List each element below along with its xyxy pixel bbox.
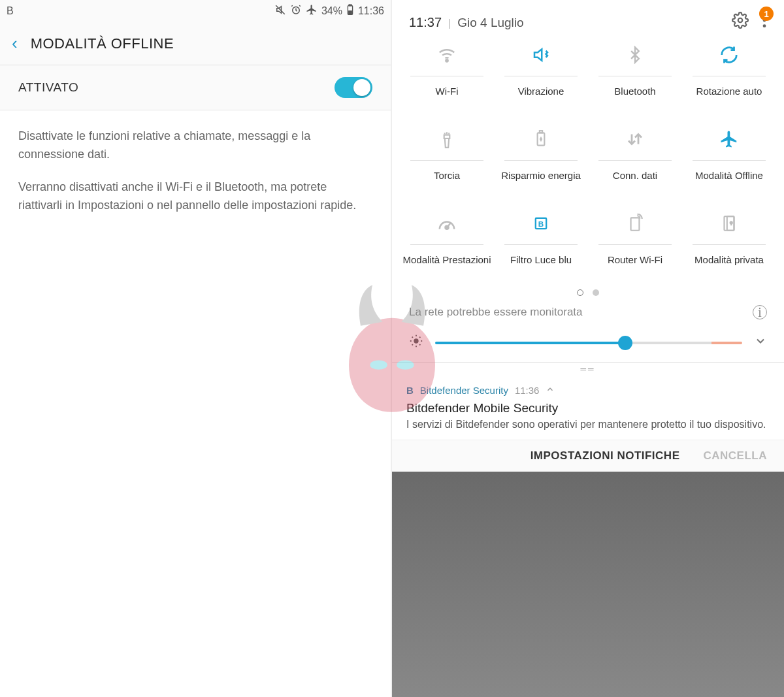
svg-rect-12: [540, 131, 542, 133]
qs-tile-router[interactable]: Router Wi-Fi: [588, 212, 682, 278]
qs-tile-bluetooth[interactable]: Bluetooth: [588, 43, 682, 109]
settings-icon[interactable]: [732, 12, 749, 33]
description-text: Disattivate le funzioni relative a chiam…: [0, 110, 391, 232]
qs-label: Conn. dati: [613, 170, 657, 193]
settings-screen: B 34% 11:36 ‹ MODALITÀ OFFLINE ATTIVATO …: [0, 0, 392, 697]
qs-tile-battery[interactable]: Risparmio energia: [494, 127, 588, 193]
shade-date: Gio 4 Luglio: [457, 16, 523, 30]
svg-rect-4: [349, 11, 352, 14]
brightness-row: [392, 322, 784, 363]
page-header: ‹ MODALITÀ OFFLINE: [0, 22, 391, 65]
notif-app-name: Bitdefender Security: [420, 385, 508, 396]
expand-brightness-icon[interactable]: [754, 334, 767, 351]
bluelight-icon: B: [529, 212, 553, 235]
collapse-icon[interactable]: [546, 385, 555, 396]
back-button[interactable]: ‹: [12, 33, 18, 54]
description-p1: Disattivate le funzioni relative a chiam…: [18, 127, 372, 164]
notification-card[interactable]: B Bitdefender Security 11:36 Bitdefender…: [392, 376, 784, 440]
clear-all-button[interactable]: CANCELLA: [704, 449, 768, 462]
notif-title: Bitdefender Mobile Security: [406, 401, 770, 415]
status-icons: 34% 11:36: [274, 4, 384, 18]
toggle-label: ATTIVATO: [18, 80, 78, 95]
qs-label: Wi-Fi: [436, 86, 459, 109]
shade-time: 11:37: [409, 15, 442, 30]
svg-point-8: [763, 24, 766, 27]
brightness-slider[interactable]: [435, 342, 742, 344]
qs-label: Torcia: [434, 170, 460, 193]
svg-text:B: B: [538, 219, 544, 228]
drag-handle-icon[interactable]: ══: [392, 363, 784, 376]
clock-text: 11:36: [358, 5, 384, 17]
page-title: MODALITÀ OFFLINE: [31, 35, 174, 52]
qs-label: Modalità Prestazioni: [402, 254, 491, 278]
svg-rect-3: [349, 5, 351, 6]
overflow-menu-icon[interactable]: 1: [762, 12, 767, 33]
autorotate-icon: [717, 43, 741, 67]
performance-icon: [435, 212, 459, 235]
battery-icon: [346, 4, 354, 18]
status-bar: B 34% 11:36: [0, 0, 391, 22]
vibration-icon: [529, 43, 553, 67]
qs-tile-private[interactable]: Modalità privata: [682, 212, 776, 278]
auto-brightness-icon[interactable]: [409, 334, 423, 351]
notif-time: 11:36: [515, 385, 540, 396]
page-dot-current: [577, 289, 583, 296]
slider-thumb[interactable]: [618, 336, 632, 350]
notification-header: B Bitdefender Security 11:36: [406, 385, 770, 396]
shade-background: [392, 472, 784, 697]
notif-app-icon: B: [406, 385, 414, 396]
mute-icon: [274, 4, 286, 18]
notification-footer: IMPOSTAZIONI NOTIFICHE CANCELLA: [392, 440, 784, 472]
airplane-toggle-row[interactable]: ATTIVATO: [0, 65, 391, 110]
airplane-icon: [306, 4, 318, 18]
notification-settings-button[interactable]: IMPOSTAZIONI NOTIFICHE: [531, 449, 680, 462]
info-icon[interactable]: i: [753, 305, 767, 319]
qs-tile-bluelight[interactable]: BFiltro Luce blu: [494, 212, 588, 278]
svg-point-22: [414, 338, 418, 343]
router-icon: [623, 212, 647, 235]
qs-tile-data[interactable]: Conn. dati: [588, 127, 682, 193]
qs-tile-performance[interactable]: Modalità Prestazioni: [400, 212, 494, 278]
qs-tile-airplane[interactable]: Modalità Offline: [682, 127, 776, 193]
svg-rect-10: [444, 135, 450, 138]
svg-point-9: [446, 59, 448, 61]
qs-label: Risparmio energia: [501, 170, 581, 193]
notification-shade: 11:37 | Gio 4 Luglio 1 Wi-FiVibrazioneBl…: [392, 0, 784, 697]
notif-body: I servizi di Bitdefender sono operativi …: [406, 417, 770, 432]
app-indicator: B: [7, 5, 14, 17]
page-indicator: [392, 289, 784, 296]
alarm-icon: [290, 4, 302, 18]
quick-settings-grid: Wi-FiVibrazioneBluetoothRotazione autoTo…: [392, 39, 784, 278]
qs-label: Filtro Luce blu: [510, 254, 572, 278]
battery-icon: [529, 127, 553, 151]
wifi-icon: [435, 43, 459, 67]
torch-icon: [435, 127, 459, 151]
private-icon: [717, 212, 741, 235]
qs-label: Router Wi-Fi: [608, 254, 662, 278]
qs-label: Rotazione auto: [696, 86, 762, 109]
svg-rect-17: [631, 218, 640, 230]
battery-percent: 34%: [321, 5, 342, 17]
shade-header: 11:37 | Gio 4 Luglio 1: [392, 0, 784, 39]
qs-tile-vibration[interactable]: Vibrazione: [494, 43, 588, 109]
qs-tile-torch[interactable]: Torcia: [400, 127, 494, 193]
network-monitor-warning[interactable]: La rete potrebbe essere monitorata i: [392, 300, 784, 322]
notification-badge: 1: [759, 7, 774, 21]
qs-label: Bluetooth: [614, 86, 655, 109]
monitor-text: La rete potrebbe essere monitorata: [409, 306, 583, 319]
toggle-switch[interactable]: [335, 77, 372, 98]
bluetooth-icon: [623, 43, 647, 67]
qs-label: Modalità privata: [694, 254, 764, 278]
airplane-icon: [717, 127, 741, 151]
svg-point-5: [738, 18, 743, 23]
description-p2: Verranno disattivati anche il Wi-Fi e il…: [18, 178, 372, 215]
page-dot[interactable]: [593, 289, 599, 296]
qs-label: Vibrazione: [518, 86, 564, 109]
qs-tile-autorotate[interactable]: Rotazione auto: [682, 43, 776, 109]
qs-label: Modalità Offline: [695, 170, 763, 193]
data-icon: [623, 127, 647, 151]
qs-tile-wifi[interactable]: Wi-Fi: [400, 43, 494, 109]
